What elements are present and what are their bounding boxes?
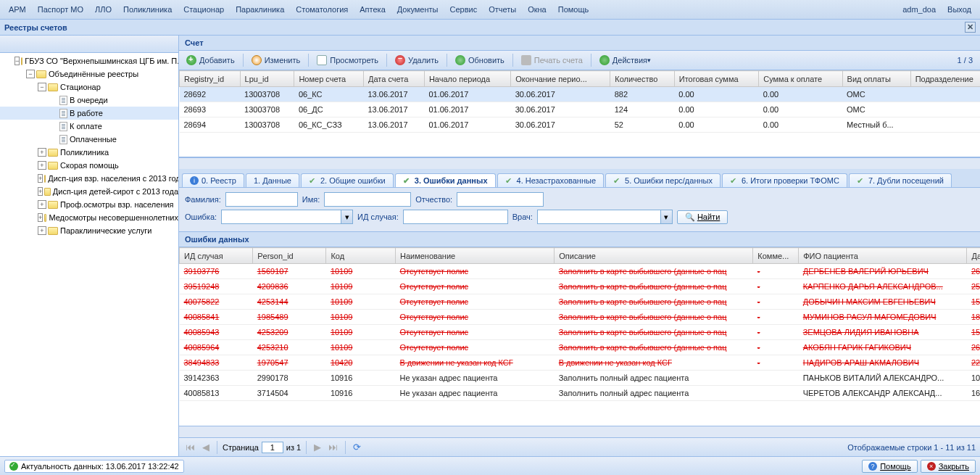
refresh-page-button[interactable]: ⟳ xyxy=(351,440,363,454)
table-row[interactable]: 286921300370806_КС13.06.201701.06.201730… xyxy=(180,87,981,102)
add-button[interactable]: Добавить xyxy=(182,54,239,67)
column-header[interactable]: ФИО пациента xyxy=(799,248,967,264)
tree-minor[interactable]: +Медосмотры несовершеннолетних xyxy=(0,211,178,224)
menu-passport[interactable]: Паспорт МО xyxy=(32,2,89,17)
accounts-hscroll[interactable] xyxy=(179,157,980,169)
column-header[interactable]: Окончание перио... xyxy=(511,71,610,87)
menu-help[interactable]: Помощь xyxy=(552,2,595,17)
column-header[interactable]: Дата счета xyxy=(364,71,425,87)
menu-user[interactable]: adm_doa xyxy=(897,2,942,17)
column-header[interactable]: Registry_id xyxy=(180,71,241,87)
table-row[interactable]: 40075822425314410109Отсутствует полисЗап… xyxy=(180,294,981,310)
expand-icon[interactable]: + xyxy=(38,213,43,222)
doctor-combo-trigger[interactable]: ▾ xyxy=(660,210,673,224)
collapse-icon[interactable]: − xyxy=(14,57,20,65)
table-row[interactable]: 38494833197054710420В движении не указан… xyxy=(180,355,981,371)
menu-pharmacy[interactable]: Аптека xyxy=(354,2,391,17)
name-input[interactable] xyxy=(324,192,411,207)
menu-documents[interactable]: Документы xyxy=(391,2,444,17)
last-page-button[interactable]: ⏭ xyxy=(326,440,340,454)
tree-combined[interactable]: −Объединённые реестры xyxy=(0,67,178,80)
menu-windows[interactable]: Окна xyxy=(522,2,552,17)
expand-icon[interactable]: + xyxy=(38,148,46,157)
first-page-button[interactable]: ⏮ xyxy=(183,440,197,454)
case-input[interactable] xyxy=(403,210,508,224)
prev-page-button[interactable]: ◀ xyxy=(200,440,212,454)
menu-hospital[interactable]: Стационар xyxy=(178,2,230,17)
table-row[interactable]: 39103776156910710109Отсутствует полисЗап… xyxy=(180,264,981,279)
actions-button[interactable]: Действия xyxy=(595,54,655,67)
error-combo[interactable] xyxy=(221,210,341,224)
column-header[interactable]: Начало периода xyxy=(424,71,510,87)
column-header[interactable]: Наименование xyxy=(395,248,554,264)
table-row[interactable]: 39142363299017810916Не указан адрес паци… xyxy=(180,371,981,386)
menu-service[interactable]: Сервис xyxy=(444,2,483,17)
tree-root[interactable]: −ГБУЗ СО "Верхнепышминская ЦГБ им. П... xyxy=(0,54,178,67)
column-header[interactable]: Подразделение xyxy=(910,71,980,87)
menu-dentistry[interactable]: Стоматология xyxy=(290,2,354,17)
error-combo-trigger[interactable]: ▾ xyxy=(341,210,353,224)
tree-disp-adult[interactable]: +Дисп-ция взр. населения с 2013 года xyxy=(0,172,178,185)
column-header[interactable]: Количество xyxy=(610,71,675,87)
table-row[interactable]: 39519248420983610109Отсутствует полисЗап… xyxy=(180,279,981,294)
expand-icon[interactable]: + xyxy=(38,226,46,235)
help-button[interactable]: ?Помощь xyxy=(862,460,918,473)
tree-hospital[interactable]: −Стационар xyxy=(0,80,178,94)
tab[interactable]: i0. Реестр xyxy=(182,173,244,187)
expand-icon[interactable]: + xyxy=(38,187,43,196)
tab[interactable]: ✔2. Общие ошибки xyxy=(301,173,394,187)
patronymic-input[interactable] xyxy=(457,192,544,207)
doctor-combo[interactable] xyxy=(537,210,660,224)
column-header[interactable]: ИД случая xyxy=(180,248,253,264)
find-button[interactable]: 🔍Найти xyxy=(677,210,728,224)
tree-ambulance[interactable]: +Скорая помощь xyxy=(0,159,178,172)
tree-working[interactable]: В работе xyxy=(0,107,178,120)
tab[interactable]: ✔6. Итоги проверки ТФОМС xyxy=(722,173,847,187)
next-page-button[interactable]: ▶ xyxy=(312,440,323,454)
close-button[interactable]: ×Закрыть xyxy=(921,460,976,473)
window-close-button[interactable]: ✕ xyxy=(965,22,976,33)
surname-input[interactable] xyxy=(225,192,298,207)
edit-button[interactable]: Изменить xyxy=(247,54,305,67)
table-row[interactable]: 40085841198548910109Отсутствует полисЗап… xyxy=(180,310,981,325)
tab[interactable]: ✔3. Ошибки данных xyxy=(395,173,496,187)
delete-button[interactable]: Удалить xyxy=(391,54,443,67)
collapse-icon[interactable]: − xyxy=(38,83,46,91)
column-header[interactable]: Итоговая сумма xyxy=(674,71,758,87)
table-row[interactable]: 40085964425321010109Отсутствует полисЗап… xyxy=(180,340,981,355)
expand-icon[interactable]: + xyxy=(38,174,43,183)
view-button[interactable]: Просмотреть xyxy=(312,54,383,67)
column-header[interactable]: Номер счета xyxy=(294,71,364,87)
collapse-icon[interactable]: − xyxy=(26,70,35,78)
tree-polyclinic[interactable]: +Поликлиника xyxy=(0,146,178,159)
column-header[interactable]: Сумма к оплате xyxy=(759,71,842,87)
table-row[interactable]: 40085813371450410916Не указан адрес паци… xyxy=(180,386,981,401)
menu-arm[interactable]: АРМ xyxy=(3,2,32,17)
menu-exit[interactable]: Выход xyxy=(942,2,977,17)
expand-icon[interactable]: + xyxy=(38,161,46,170)
menu-polyclinic[interactable]: Поликлиника xyxy=(117,2,178,17)
table-row[interactable]: 286941300370806_КС_СЗЗ13.06.201701.06.20… xyxy=(180,117,981,133)
tree-paraclinic[interactable]: +Параклинические услуги xyxy=(0,224,178,237)
tab[interactable]: ✔5. Ошибки перс/данных xyxy=(605,173,721,187)
column-header[interactable]: Lpu_id xyxy=(240,71,294,87)
table-row[interactable]: 40085943425320910109Отсутствует полисЗап… xyxy=(180,325,981,340)
column-header[interactable]: Person_id xyxy=(253,248,326,264)
tab[interactable]: ✔7. Дубли посещений xyxy=(849,173,952,187)
menu-llo[interactable]: ЛЛО xyxy=(89,2,117,17)
column-header[interactable]: Вид оплаты xyxy=(842,71,910,87)
table-row[interactable]: 286931300370806_ДС13.06.201701.06.201730… xyxy=(180,102,981,117)
tree-paid[interactable]: Оплаченные xyxy=(0,133,178,146)
column-header[interactable]: Комме... xyxy=(753,248,799,264)
menu-paraclinic[interactable]: Параклиника xyxy=(230,2,290,17)
sidebar-hscroll[interactable] xyxy=(0,445,178,456)
tree-prof[interactable]: +Проф.осмотры взр. населения xyxy=(0,198,178,211)
errors-hscroll[interactable] xyxy=(179,426,980,437)
tab[interactable]: ✔4. Незастрахованные xyxy=(497,173,605,187)
page-input[interactable] xyxy=(262,442,283,453)
column-header[interactable]: Код xyxy=(326,248,396,264)
tree-disp-orphan[interactable]: +Дисп-ция детей-сирот с 2013 года xyxy=(0,185,178,198)
menu-reports[interactable]: Отчеты xyxy=(483,2,522,17)
column-header[interactable]: Описание xyxy=(555,248,753,264)
tab[interactable]: 1. Данные xyxy=(246,173,299,187)
